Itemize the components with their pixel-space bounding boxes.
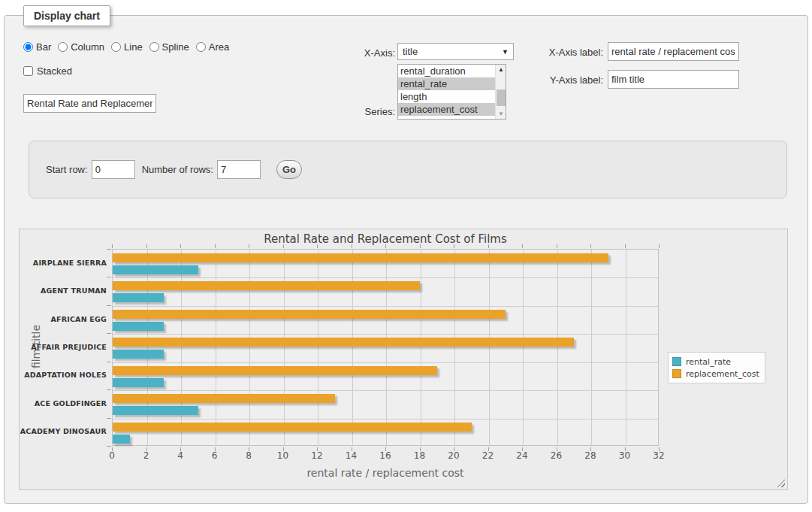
category-label-adaptation-holes: ADAPTATION HOLES bbox=[20, 371, 107, 379]
resize-grip[interactable] bbox=[777, 479, 785, 487]
chart-type-bar[interactable]: Bar bbox=[23, 41, 51, 53]
radio-column[interactable] bbox=[58, 42, 68, 52]
x-axis-top-tick bbox=[454, 244, 454, 248]
grid-line-horizontal bbox=[113, 277, 658, 278]
x-tick-label: 10 bbox=[268, 450, 298, 461]
radio-area[interactable] bbox=[196, 42, 206, 52]
radio-label-bar: Bar bbox=[36, 41, 51, 53]
bar-rental-rate-affair-prejudice bbox=[113, 350, 164, 359]
x-tick-label: 20 bbox=[439, 450, 469, 461]
chart-type-column[interactable]: Column bbox=[58, 41, 104, 53]
x-tick-label: 30 bbox=[610, 450, 640, 461]
grid-line-vertical bbox=[352, 250, 353, 445]
x-axis-select[interactable]: title ▼ bbox=[397, 43, 514, 60]
x-axis-top-tick bbox=[522, 244, 523, 248]
stacked-checkbox-row[interactable]: Stacked bbox=[23, 65, 72, 77]
radio-line[interactable] bbox=[111, 42, 121, 52]
y-axis-tick bbox=[107, 446, 111, 447]
grid-line-vertical bbox=[216, 250, 216, 445]
radio-label-column: Column bbox=[71, 41, 104, 53]
num-rows-label: Number of rows: bbox=[142, 164, 213, 175]
bar-replacement-cost-airplane-sierra bbox=[113, 253, 608, 262]
x-tick-label: 14 bbox=[337, 450, 367, 461]
series-listbox[interactable]: rental_durationrental_ratelengthreplacem… bbox=[397, 64, 506, 120]
grid-line-horizontal bbox=[113, 306, 658, 307]
x-tick-label: 8 bbox=[234, 450, 264, 461]
chart-title-input[interactable] bbox=[23, 94, 156, 113]
x-axis-top-tick bbox=[112, 244, 113, 248]
page: Display chart BarColumnLineSplineArea St… bbox=[0, 0, 812, 512]
bar-rental-rate-adaptation-holes bbox=[113, 378, 164, 387]
x-axis-select-label: X-Axis: bbox=[320, 47, 395, 59]
num-rows-input[interactable] bbox=[217, 160, 261, 179]
x-axis-top-tick bbox=[488, 244, 489, 248]
bar-replacement-cost-agent-truman bbox=[113, 281, 420, 290]
x-axis-top-tick bbox=[180, 244, 181, 248]
go-button[interactable]: Go bbox=[276, 160, 302, 179]
chart-type-line[interactable]: Line bbox=[111, 41, 143, 53]
chevron-down-icon: ▼ bbox=[502, 48, 509, 56]
x-tick-label: 16 bbox=[370, 450, 400, 461]
category-label-academy-dinosaur: ACADEMY DINOSAUR bbox=[20, 427, 107, 435]
chart-type-spline[interactable]: Spline bbox=[149, 41, 189, 53]
x-axis-top-tick bbox=[420, 244, 421, 248]
bar-replacement-cost-adaptation-holes bbox=[113, 366, 437, 375]
series-option-rental-rate[interactable]: rental_rate bbox=[398, 77, 495, 90]
x-tick-label: 0 bbox=[97, 450, 127, 461]
grid-line-vertical bbox=[181, 250, 182, 445]
legend-swatch-replacement-cost bbox=[672, 369, 681, 378]
category-label-ace-goldfinger: ACE GOLDFINGER bbox=[20, 399, 107, 407]
x-tick-label: 4 bbox=[165, 450, 195, 461]
y-axis-tick bbox=[107, 277, 111, 277]
grid-line-vertical bbox=[318, 250, 318, 445]
stacked-label: Stacked bbox=[37, 65, 72, 77]
legend-entry-replacement-cost: replacement_cost bbox=[672, 368, 759, 380]
bar-rental-rate-airplane-sierra bbox=[113, 265, 198, 274]
y-axis-label-input[interactable] bbox=[608, 70, 739, 89]
scrollbar-thumb[interactable] bbox=[497, 89, 506, 106]
x-axis-selected-value: title bbox=[403, 46, 502, 57]
legend-swatch-rental-rate bbox=[672, 357, 681, 366]
scroll-up-icon[interactable]: ▲ bbox=[496, 65, 506, 74]
y-axis-label-label: Y-Axis label: bbox=[528, 74, 603, 86]
grid-line-vertical bbox=[249, 250, 250, 445]
legend-entry-rental-rate: rental_rate bbox=[672, 356, 759, 368]
radio-bar[interactable] bbox=[23, 42, 33, 52]
x-tick-label: 22 bbox=[473, 450, 503, 461]
grid-line-vertical bbox=[591, 250, 592, 445]
start-row-label: Start row: bbox=[46, 164, 88, 175]
series-options: rental_durationrental_ratelengthreplacem… bbox=[398, 65, 495, 119]
bar-rental-rate-agent-truman bbox=[113, 293, 164, 302]
x-tick-label: 24 bbox=[507, 450, 537, 461]
series-option-replacement-cost[interactable]: replacement_cost bbox=[398, 103, 495, 116]
start-row-input[interactable] bbox=[92, 160, 135, 179]
series-option-length[interactable]: length bbox=[398, 90, 495, 103]
grid-line-horizontal bbox=[113, 362, 658, 363]
bar-replacement-cost-academy-dinosaur bbox=[113, 423, 472, 432]
chart-type-area[interactable]: Area bbox=[196, 41, 229, 53]
y-axis-tick bbox=[107, 333, 111, 334]
bar-rental-rate-african-egg bbox=[113, 322, 164, 331]
x-axis-title: rental rate / replacement cost bbox=[112, 467, 659, 479]
bar-replacement-cost-african-egg bbox=[113, 310, 506, 319]
category-label-airplane-sierra: AIRPLANE SIERRA bbox=[20, 259, 107, 267]
grid-line-horizontal bbox=[113, 419, 658, 420]
x-axis-label-input[interactable] bbox=[608, 42, 739, 61]
x-axis-label-label: X-Axis label: bbox=[528, 47, 603, 58]
series-option-rental-duration[interactable]: rental_duration bbox=[398, 65, 495, 77]
scroll-down-icon[interactable]: ▼ bbox=[496, 109, 506, 119]
grid-line-vertical bbox=[284, 250, 285, 445]
stacked-checkbox[interactable] bbox=[23, 66, 33, 76]
series-scrollbar[interactable]: ▲ ▼ bbox=[495, 65, 506, 119]
grid-line-horizontal bbox=[113, 334, 658, 335]
x-tick-label: 6 bbox=[200, 450, 230, 461]
x-axis-top-tick bbox=[557, 244, 557, 248]
y-axis-tick bbox=[107, 362, 111, 362]
y-axis-tick bbox=[107, 305, 111, 306]
radio-spline[interactable] bbox=[149, 42, 159, 52]
category-label-african-egg: AFRICAN EGG bbox=[20, 315, 107, 323]
radio-label-line: Line bbox=[124, 41, 143, 53]
plot-area bbox=[112, 249, 659, 446]
x-axis-top-tick bbox=[352, 244, 352, 248]
grid-line-vertical bbox=[454, 250, 455, 445]
